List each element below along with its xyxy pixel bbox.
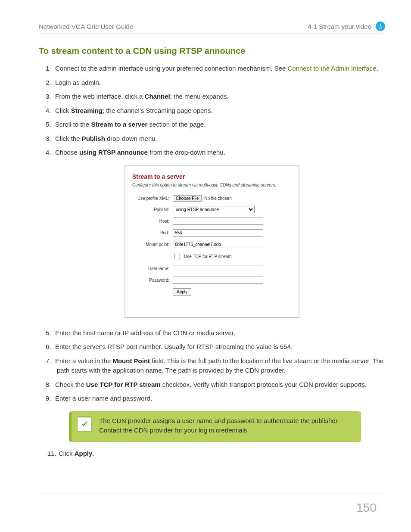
list-item: 4.Choose using RTSP announce from the dr… (55, 148, 385, 158)
list-item: 8.Check the Use TCP for RTP stream check… (55, 380, 385, 390)
choose-file-button[interactable]: Choose File (173, 195, 202, 202)
mount-point-input[interactable] (173, 241, 263, 248)
label-password: Password: (132, 278, 169, 283)
list-item: 3.Click the Publish drop-down menu. (55, 134, 385, 144)
panel-title: Stream to a server (132, 173, 292, 180)
label-profile-xml: Use profile XML: (132, 196, 169, 201)
apply-button[interactable]: Apply (173, 288, 191, 296)
step-11: 11.Click Apply. (47, 450, 385, 457)
note-callout: The CDN provider assigns a user name and… (69, 411, 361, 442)
host-input[interactable] (173, 218, 263, 225)
label-host: Host: (132, 219, 169, 224)
password-input[interactable] (173, 277, 263, 284)
page-number: 150 (356, 501, 377, 515)
list-item: 5.Scroll to the Stream to a server secti… (55, 120, 385, 130)
steps-list-bottom: 5.Enter the host name or IP address of t… (47, 328, 385, 404)
publish-select[interactable]: using RTSP announce (173, 206, 255, 213)
link-connect-admin[interactable]: Connect to the Admin Interface (287, 65, 376, 72)
header-right: 4-1 Stream your video (308, 23, 371, 30)
divider (39, 494, 385, 494)
list-item: 6.Enter the server's RTSP port number. U… (55, 342, 385, 352)
list-item: 2.Login as admin. (55, 78, 385, 88)
steps-list-top: 1.Connect to the admin interface using y… (47, 64, 385, 158)
list-item: 1.Connect to the admin interface using y… (55, 64, 385, 74)
list-item: 3.From the web interface, click a Channe… (55, 92, 385, 102)
section-title: To stream content to a CDN using RTSP an… (39, 46, 385, 56)
list-item: 9.Enter a user name and password. (55, 394, 385, 404)
label-username: Username: (132, 266, 169, 271)
port-input[interactable] (173, 229, 263, 236)
header-left: Networked VGA Grid User Guide (39, 23, 133, 30)
panel-subtitle: Configure this option to stream via mult… (132, 183, 292, 187)
list-item: 4.Click Streaming; the channel's Streami… (55, 106, 385, 116)
stream-to-server-panel: Stream to a server Configure this option… (125, 165, 299, 318)
label-port: Port: (132, 230, 169, 235)
use-tcp-label: Use TCP for RTP stream (184, 254, 231, 259)
label-mount-point: Mount point: (132, 242, 169, 247)
use-tcp-checkbox[interactable] (174, 254, 180, 259)
divider (39, 34, 385, 34)
list-item: 5.Enter the host name or IP address of t… (55, 328, 385, 338)
label-publish: Publish: (132, 207, 169, 212)
checkmark-icon (77, 416, 92, 432)
username-input[interactable] (173, 265, 263, 272)
note-text: The CDN provider assigns a user name and… (99, 416, 352, 436)
share-icon[interactable] (376, 22, 385, 31)
list-item: 7.Enter a value in the Mount Point field… (55, 356, 385, 376)
file-status-text: No file chosen (204, 196, 231, 201)
